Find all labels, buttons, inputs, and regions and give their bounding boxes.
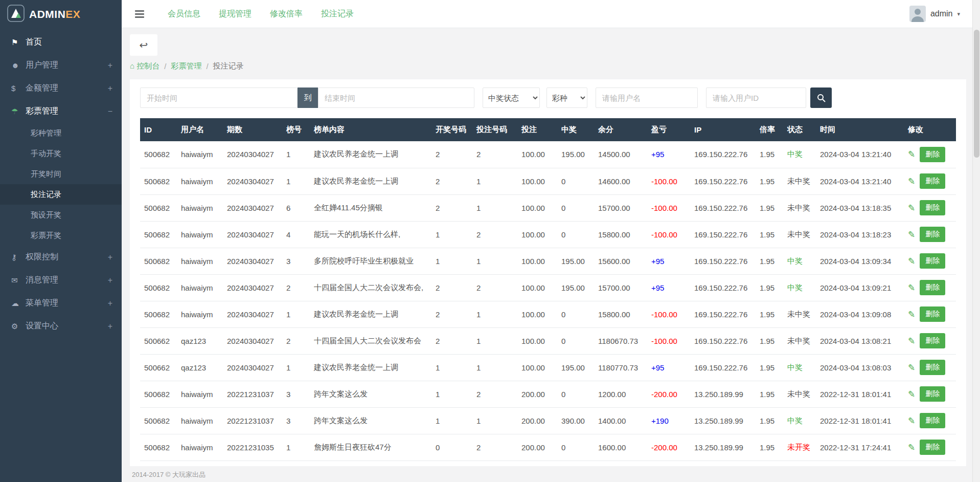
flag-icon: ⚑ (11, 38, 26, 47)
delete-button[interactable]: 删除 (920, 306, 945, 322)
search-button[interactable] (810, 87, 832, 108)
userid-input[interactable] (706, 87, 806, 108)
edit-icon[interactable]: ✎ (908, 283, 915, 293)
sidebar-item-设置中心[interactable]: ⚙设置中心+ (0, 315, 122, 338)
cell-bet-amount: 100.00 (517, 141, 557, 168)
expand-icon: + (108, 276, 112, 285)
delete-button[interactable]: 删除 (920, 386, 945, 402)
win-status-select[interactable]: 中奖状态 (483, 87, 540, 108)
column-header-中奖: 中奖 (557, 118, 594, 141)
edit-icon[interactable]: ✎ (908, 230, 915, 239)
sidebar-subitem-手动开奖[interactable]: 手动开奖 (0, 143, 122, 164)
cell-profit: -200.00 (647, 434, 690, 461)
edit-icon[interactable]: ✎ (908, 389, 915, 399)
breadcrumb-home-link[interactable]: ⌂ 控制台 (130, 61, 159, 71)
delete-button[interactable]: 删除 (920, 280, 945, 295)
cell-win-amount: 195.00 (557, 141, 594, 168)
delete-button[interactable]: 删除 (920, 333, 945, 348)
breadcrumb-separator: / (164, 62, 166, 71)
cell-open-code: 2 (431, 194, 472, 221)
topnav-link-提现管理[interactable]: 提现管理 (219, 9, 252, 19)
username-input[interactable] (596, 87, 698, 108)
to-button[interactable]: 到 (298, 87, 318, 108)
edit-icon[interactable]: ✎ (908, 256, 915, 266)
sidebar-item-消息管理[interactable]: ✉消息管理+ (0, 269, 122, 292)
cell-ip: 169.150.222.76 (690, 248, 756, 274)
delete-button[interactable]: 删除 (920, 360, 945, 375)
cell-rate: 1.95 (756, 194, 783, 221)
column-header-期数: 期数 (223, 118, 282, 141)
table-row: 500682haiwaiym202403040274能玩一天的机场长什么样,12… (140, 221, 956, 248)
edit-icon[interactable]: ✎ (908, 203, 915, 213)
cell-profit: +95 (647, 248, 690, 274)
edit-icon[interactable]: ✎ (908, 177, 915, 186)
delete-button[interactable]: 删除 (920, 413, 945, 428)
cell-open-code: 2 (431, 168, 472, 194)
cell-open-code: 1 (431, 381, 472, 407)
lottery-type-select[interactable]: 彩种 (546, 87, 587, 108)
cell-bet-code: 2 (472, 434, 517, 461)
delete-button[interactable]: 删除 (920, 253, 945, 269)
cell-time: 2024-03-04 13:08:21 (816, 327, 904, 354)
user-menu[interactable]: admin ▾ (909, 6, 960, 22)
sidebar-subitem-彩种管理[interactable]: 彩种管理 (0, 123, 122, 143)
cell-win-amount: 0 (557, 381, 594, 407)
cell-username: haiwaiym (177, 221, 223, 248)
start-time-input[interactable] (140, 87, 298, 108)
cell-period: 20240304027 (223, 301, 282, 327)
hamburger-icon[interactable] (133, 8, 146, 20)
cell-time: 2022-12-31 18:01:41 (816, 381, 904, 407)
edit-icon[interactable]: ✎ (908, 336, 915, 346)
delete-button[interactable]: 删除 (920, 440, 945, 455)
delete-button[interactable]: 删除 (920, 200, 945, 215)
delete-button[interactable]: 删除 (920, 227, 945, 242)
sidebar-subitem-彩票开奖[interactable]: 彩票开奖 (0, 225, 122, 246)
topnav-link-会员信息[interactable]: 会员信息 (168, 9, 200, 19)
edit-icon[interactable]: ✎ (908, 149, 915, 159)
cell-status: 未开奖 (783, 434, 816, 461)
edit-icon[interactable]: ✎ (908, 363, 915, 373)
cell-balance: 1400.00 (594, 407, 647, 434)
cell-username: haiwaiym (177, 141, 223, 168)
cell-ip: 169.150.222.76 (690, 141, 756, 168)
cell-bet-code: 1 (472, 301, 517, 327)
vertical-scrollbar[interactable] (972, 0, 980, 482)
sidebar-item-权限控制[interactable]: ⚷权限控制+ (0, 246, 122, 269)
cell-username: haiwaiym (177, 381, 223, 407)
cell-win-amount: 0 (557, 301, 594, 327)
cell-actions: ✎删除 (904, 354, 956, 381)
cell-username: haiwaiym (177, 301, 223, 327)
topnav-link-投注记录[interactable]: 投注记录 (321, 9, 354, 19)
edit-icon[interactable]: ✎ (908, 443, 915, 452)
end-time-input[interactable] (318, 87, 474, 108)
back-button[interactable]: ↩ (130, 34, 157, 56)
column-header-ID: ID (140, 118, 177, 141)
sidebar-item-金额管理[interactable]: $金额管理+ (0, 77, 122, 100)
sidebar-item-菜单管理[interactable]: ☁菜单管理+ (0, 292, 122, 315)
cell-profit: +190 (647, 407, 690, 434)
sidebar-subitem-投注记录[interactable]: 投注记录 (0, 184, 122, 205)
cell-actions: ✎删除 (904, 194, 956, 221)
delete-button[interactable]: 删除 (920, 147, 945, 162)
cell-id: 500682 (140, 407, 177, 434)
cell-bet-amount: 100.00 (517, 221, 557, 248)
column-header-投注号码: 投注号码 (472, 118, 517, 141)
cell-status: 未中奖 (783, 327, 816, 354)
edit-icon[interactable]: ✎ (908, 416, 915, 426)
column-header-IP: IP (690, 118, 756, 141)
sidebar-item-用户管理[interactable]: ☻用户管理+ (0, 54, 122, 77)
column-header-修改: 修改 (904, 118, 956, 141)
sidebar-item-彩票管理[interactable]: ☂彩票管理− (0, 100, 122, 123)
home-icon: ⌂ (130, 61, 134, 70)
topnav-link-修改倍率[interactable]: 修改倍率 (270, 9, 303, 19)
cell-id: 500662 (140, 354, 177, 381)
breadcrumb-section-link[interactable]: 彩票管理 (171, 61, 201, 71)
scrollbar-thumb[interactable] (974, 30, 979, 158)
sidebar-item-首页[interactable]: ⚑首页 (0, 31, 122, 54)
column-header-投注: 投注 (517, 118, 557, 141)
sidebar-subitem-开奖时间[interactable]: 开奖时间 (0, 164, 122, 184)
edit-icon[interactable]: ✎ (908, 310, 915, 319)
sidebar-subitem-预设开奖[interactable]: 预设开奖 (0, 205, 122, 225)
table-row: 500662qaz123202403040272十四届全国人大二次会议发布会21… (140, 327, 956, 354)
delete-button[interactable]: 删除 (920, 173, 945, 189)
